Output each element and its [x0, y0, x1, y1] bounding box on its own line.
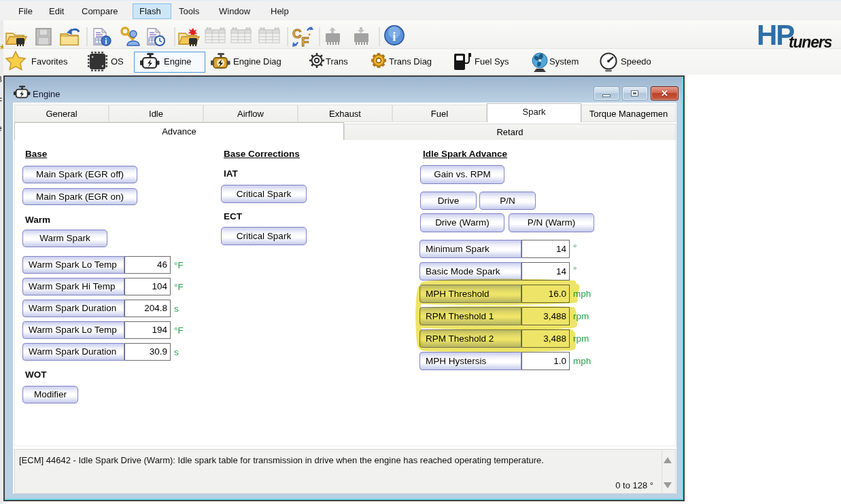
svg-text:F: F — [301, 35, 309, 49]
svg-text:C: C — [292, 26, 302, 41]
svg-text:i: i — [392, 29, 396, 43]
